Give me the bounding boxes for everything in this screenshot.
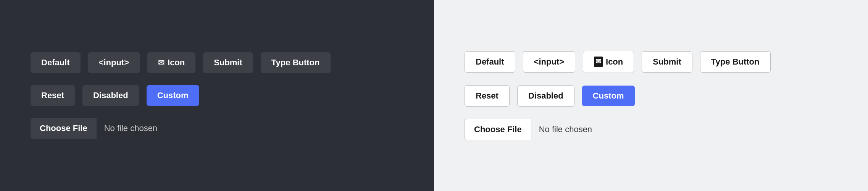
mail-icon: ✉ xyxy=(158,58,165,67)
light-input-label: <input> xyxy=(534,57,564,67)
dark-type-button-button[interactable]: Type Button xyxy=(261,52,331,73)
light-type-button-label: Type Button xyxy=(711,57,760,67)
light-row-1: Default <input> ✉ Icon Submit Type Butto… xyxy=(465,51,771,73)
dark-default-label: Default xyxy=(41,58,70,68)
dark-custom-label: Custom xyxy=(157,91,189,100)
light-row-2: Reset Disabled Custom xyxy=(465,85,635,107)
dark-reset-label: Reset xyxy=(41,91,64,100)
dark-file-input-area: Choose File No file chosen xyxy=(31,118,165,139)
light-input-button[interactable]: <input> xyxy=(523,51,575,73)
light-default-button[interactable]: Default xyxy=(465,51,515,73)
light-no-file-text: No file chosen xyxy=(531,119,600,140)
light-choose-file-label: Choose File xyxy=(474,125,522,134)
dark-default-button[interactable]: Default xyxy=(31,52,81,73)
light-icon-button[interactable]: ✉ Icon xyxy=(583,51,634,73)
light-default-label: Default xyxy=(476,57,504,67)
light-type-button-button[interactable]: Type Button xyxy=(700,51,771,73)
dark-panel: Default <input> ✉ Icon Submit Type Butto… xyxy=(0,0,434,191)
dark-disabled-label: Disabled xyxy=(93,91,128,100)
light-disabled-label: Disabled xyxy=(528,91,563,101)
light-custom-label: Custom xyxy=(593,91,624,100)
dark-submit-label: Submit xyxy=(214,58,242,68)
dark-input-button[interactable]: <input> xyxy=(88,52,140,73)
light-icon-label: Icon xyxy=(606,57,623,67)
light-reset-label: Reset xyxy=(476,91,499,101)
dark-reset-button[interactable]: Reset xyxy=(31,85,75,106)
light-choose-file-button[interactable]: Choose File xyxy=(465,119,531,140)
light-disabled-button[interactable]: Disabled xyxy=(517,85,574,107)
light-submit-button[interactable]: Submit xyxy=(642,51,692,73)
dark-icon-label: Icon xyxy=(168,58,185,68)
light-custom-button[interactable]: Custom xyxy=(582,86,635,106)
dark-row-2: Reset Disabled Custom xyxy=(31,85,199,106)
light-submit-label: Submit xyxy=(653,57,681,67)
dark-icon-button[interactable]: ✉ Icon xyxy=(147,52,195,73)
dark-custom-button[interactable]: Custom xyxy=(147,85,199,106)
dark-choose-file-button[interactable]: Choose File xyxy=(31,118,97,139)
light-panel: Default <input> ✉ Icon Submit Type Butto… xyxy=(434,0,868,191)
dark-submit-button[interactable]: Submit xyxy=(203,52,253,73)
dark-type-button-label: Type Button xyxy=(271,58,320,68)
light-file-input-area: Choose File No file chosen xyxy=(465,119,600,140)
mail-icon-dark-bg: ✉ xyxy=(594,57,603,67)
dark-no-file-text: No file chosen xyxy=(97,118,165,139)
dark-disabled-button[interactable]: Disabled xyxy=(82,85,139,106)
light-reset-button[interactable]: Reset xyxy=(465,85,510,107)
mail-icon: ✉ xyxy=(595,58,601,66)
dark-row-1: Default <input> ✉ Icon Submit Type Butto… xyxy=(31,52,331,73)
dark-choose-file-label: Choose File xyxy=(40,123,87,133)
dark-input-label: <input> xyxy=(99,58,129,68)
